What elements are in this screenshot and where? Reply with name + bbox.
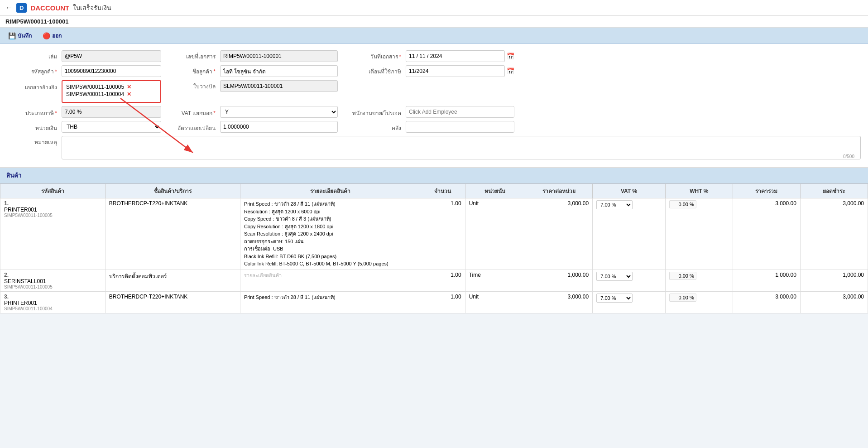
col-name: ชื่อสินค้า/บริการ xyxy=(105,184,240,198)
save-button[interactable]: 💾 บันทึก xyxy=(5,30,35,41)
date-label: วันที่เอกสาร xyxy=(342,50,401,61)
col-qty: จำนวน xyxy=(420,184,465,198)
row1-wht xyxy=(665,198,733,270)
row3-total: 3,000.00 xyxy=(733,291,800,313)
row3-price: 3,000.00 xyxy=(525,291,593,313)
month-calendar-icon[interactable]: 📅 xyxy=(507,67,514,75)
document-number: RIMP5W/00011-100001 xyxy=(0,16,868,28)
row3-net: 3,000.00 xyxy=(800,291,868,313)
row1-unit: Unit xyxy=(465,198,525,270)
form-section: เล่ม เลขที่เอกสาร วันที่เอกสาร 📅 รหัสลูก… xyxy=(0,44,868,168)
row2-num: 2. xyxy=(4,272,101,278)
ref-doc-2-remove[interactable]: ✕ xyxy=(127,91,131,97)
employee-input[interactable] xyxy=(406,106,514,118)
row2-code-cell: 2. SERINSTALL001 SIMP5W/00011-100005 xyxy=(0,270,106,291)
row3-detail: Print Speed : ขาวดำ 28 / สี 11 (แผ่น/นาท… xyxy=(240,291,420,313)
col-price: ราคาต่อหน่วย xyxy=(525,184,593,198)
row2-ref: SIMP5W/00011-100005 xyxy=(4,284,101,289)
products-section-header: สินค้า xyxy=(0,168,868,183)
month-label: เดือนที่ใช้ภาษี xyxy=(342,65,401,76)
ref-doc-2: SIMP5W/00011-100004 ✕ xyxy=(66,91,157,97)
invoice-label: ใบวางบิล xyxy=(166,80,216,91)
book-input[interactable] xyxy=(62,50,161,62)
date-row: 📅 xyxy=(406,50,514,62)
warehouse-label: คลัง xyxy=(342,122,401,132)
products-table: รหัสสินค้า ชื่อสินค้า/บริการ รายละเอียดส… xyxy=(0,183,868,313)
row3-code: PRINTER001 xyxy=(4,300,101,306)
exit-button[interactable]: 🔴 ออก xyxy=(39,30,65,41)
row3-vat: 7.00 % xyxy=(593,291,666,313)
remark-count: 0/500 xyxy=(843,154,854,159)
row3-wht-input[interactable] xyxy=(669,294,696,302)
invoice-input[interactable] xyxy=(220,80,338,92)
vatsep-label: VAT แยกบอก xyxy=(166,107,216,117)
row2-detail: รายละเอียดสินค้า xyxy=(240,270,420,291)
remark-label: หมายเหตุ xyxy=(7,136,57,161)
row2-wht-input[interactable] xyxy=(669,272,696,280)
vattype-input[interactable] xyxy=(62,106,161,118)
row1-total: 3,000.00 xyxy=(733,198,800,270)
row1-num: 1. xyxy=(4,200,101,207)
refdocs-label-outer: เอกสารอ้างอิง xyxy=(7,80,57,92)
save-label: บันทึก xyxy=(18,31,32,40)
remark-area: 0/500 xyxy=(62,136,861,161)
custname-input[interactable] xyxy=(220,65,338,77)
col-unit: หน่วยนับ xyxy=(465,184,525,198)
employee-label: พนักงานขาย/โปรเจค xyxy=(342,107,401,117)
top-bar: ← D DACCOUNT ใบเสร็จรับเงิน xyxy=(0,0,868,16)
col-total: ราคารวม xyxy=(733,184,800,198)
row1-vat-select[interactable]: 7.00 % xyxy=(596,200,633,209)
row2-qty: 1.00 xyxy=(420,270,465,291)
custcode-input[interactable] xyxy=(62,65,161,77)
row2-total: 1,000.00 xyxy=(733,270,800,291)
ref-docs-container: SIMP5W/00011-100005 ✕ SIMP5W/00011-10000… xyxy=(62,80,161,103)
back-button[interactable]: ← xyxy=(5,4,13,12)
row1-price: 3,000.00 xyxy=(525,198,593,270)
date-input[interactable] xyxy=(406,50,505,62)
currency-label: หน่วยเงิน xyxy=(7,122,57,132)
docno-label: เลขที่เอกสาร xyxy=(166,50,216,61)
book-label: เล่ม xyxy=(7,50,57,61)
month-row: 📅 xyxy=(406,65,514,77)
docno-input[interactable] xyxy=(220,50,338,62)
row2-price: 1,000.00 xyxy=(525,270,593,291)
date-calendar-icon[interactable]: 📅 xyxy=(507,53,514,60)
row2-net: 1,000.00 xyxy=(800,270,868,291)
vatsep-select[interactable]: Y N xyxy=(220,106,338,118)
row2-vat-select[interactable]: 7.00 % xyxy=(596,272,633,281)
row3-num: 3. xyxy=(4,294,101,300)
ref-doc-1-remove[interactable]: ✕ xyxy=(127,84,131,90)
row2-name: บริการติดตั้งคอมพิวเตอร์ xyxy=(105,270,240,291)
row3-vat-select[interactable]: 7.00 % xyxy=(596,294,633,303)
row1-detail: Print Speed : ขาวดำ 28 / สี 11 (แผ่น/นาท… xyxy=(240,198,420,270)
ref-doc-1-value: SIMP5W/00011-100005 xyxy=(66,84,124,90)
toolbar: 💾 บันทึก 🔴 ออก xyxy=(0,28,868,44)
row1-code-cell: 1. PRINTER001 SIMP5W/00011-100005 xyxy=(0,198,106,270)
row2-wht xyxy=(665,270,733,291)
month-input[interactable] xyxy=(406,65,505,77)
vattype-label: ประเภทภาษี xyxy=(7,107,57,117)
table-row: 3. PRINTER001 SIMP5W/00011-100004 BROTHE… xyxy=(0,291,868,313)
page-title: ใบเสร็จรับเงิน xyxy=(73,3,111,13)
custname-label: ชื่อลูกค้า xyxy=(166,65,216,76)
row1-ref: SIMP5W/00011-100005 xyxy=(4,213,101,218)
currency-select[interactable]: THB xyxy=(62,121,161,133)
row1-wht-input[interactable] xyxy=(669,200,696,208)
save-icon: 💾 xyxy=(8,32,16,39)
col-code: รหัสสินค้า xyxy=(0,184,106,198)
custcode-label: รหัสลูกค้า xyxy=(7,65,57,76)
row3-unit: Unit xyxy=(465,291,525,313)
row1-qty: 1.00 xyxy=(420,198,465,270)
ref-doc-1: SIMP5W/00011-100005 ✕ xyxy=(66,84,157,90)
remark-textarea[interactable] xyxy=(62,136,861,159)
table-header-row: รหัสสินค้า ชื่อสินค้า/บริการ รายละเอียดส… xyxy=(0,184,868,198)
warehouse-input[interactable] xyxy=(406,121,514,133)
exchange-input[interactable] xyxy=(220,121,338,133)
table-row: 1. PRINTER001 SIMP5W/00011-100005 BROTHE… xyxy=(0,198,868,270)
row3-wht xyxy=(665,291,733,313)
row2-code: SERINSTALL001 xyxy=(4,278,101,284)
col-net: ยอดชำระ xyxy=(800,184,868,198)
ref-doc-2-value: SIMP5W/00011-100004 xyxy=(66,91,124,97)
row3-ref: SIMP5W/00011-100004 xyxy=(4,306,101,311)
row3-qty: 1.00 xyxy=(420,291,465,313)
